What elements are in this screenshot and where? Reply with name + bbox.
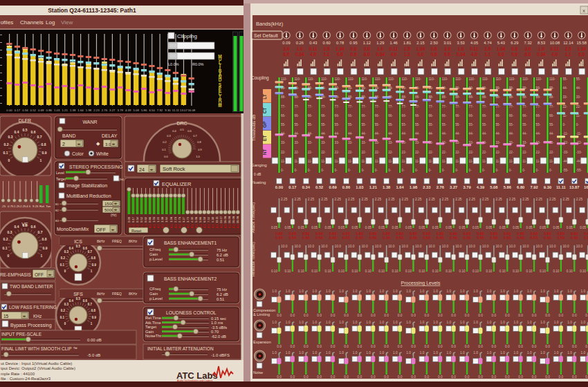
svg-text:1.0: 1.0	[460, 290, 465, 293]
svg-text:2.25: 2.25	[442, 198, 449, 201]
svg-text:Soft Rock: Soft Rock	[163, 166, 185, 172]
svg-text:0.0: 0.0	[277, 345, 282, 348]
svg-text:66-: 66-	[294, 114, 299, 117]
svg-text:9.30: 9.30	[544, 185, 551, 189]
svg-text:0-: 0-	[281, 169, 284, 172]
svg-text:0.10: 0.10	[540, 270, 546, 273]
svg-text:4.0: 4.0	[551, 52, 558, 57]
svg-text:1.0: 1.0	[339, 290, 344, 293]
svg-text:0.40: 0.40	[463, 236, 471, 240]
svg-text:0.0: 0.0	[358, 375, 362, 379]
svg-text:Gain: Gain	[145, 330, 154, 334]
svg-text:0.11: 0.11	[470, 46, 479, 51]
svg-text:6.2 dB: 6.2 dB	[217, 253, 228, 257]
svg-text:0.6: 0.6	[31, 225, 36, 229]
svg-text:66-: 66-	[281, 114, 286, 117]
svg-text:0.78: 0.78	[336, 41, 344, 45]
svg-text:(3d): (3d)	[119, 178, 125, 181]
svg-text:4.0: 4.0	[391, 52, 397, 57]
svg-text:77-: 77-	[442, 105, 447, 108]
svg-text:0.0: 0.0	[438, 345, 443, 348]
svg-text:4.1: 4.1	[152, 223, 156, 227]
svg-text:0.10: 0.10	[445, 270, 452, 273]
svg-text:33-: 33-	[321, 141, 326, 144]
svg-text:0.0: 0.0	[465, 314, 470, 317]
svg-text:1.1: 1.1	[565, 52, 571, 57]
svg-text:0.00: 0.00	[6, 108, 12, 112]
svg-text:1.0: 1.0	[500, 290, 505, 293]
svg-text:0.0: 0.0	[384, 314, 389, 317]
svg-text:44-: 44-	[375, 132, 380, 135]
svg-text:16.08: 16.08	[187, 108, 195, 112]
svg-text:66-: 66-	[482, 114, 487, 117]
svg-text:1.0: 1.0	[339, 321, 344, 324]
svg-text:3.79: 3.79	[118, 108, 124, 112]
svg-text:0.40: 0.40	[329, 236, 337, 240]
svg-text:0.0: 0.0	[451, 314, 456, 317]
svg-text:2.25: 2.25	[509, 198, 516, 201]
svg-text:0.10: 0.10	[486, 270, 492, 273]
svg-text:44-: 44-	[509, 132, 514, 135]
svg-text:2: 2	[62, 142, 65, 147]
svg-text:0.05: 0.05	[378, 226, 385, 229]
svg-text:0.2: 0.2	[4, 142, 9, 147]
svg-text:77-: 77-	[455, 105, 460, 108]
svg-text:◂▸: ◂▸	[111, 227, 116, 232]
svg-text:4.39: 4.39	[125, 108, 131, 112]
svg-text:KHz: KHz	[33, 314, 42, 319]
svg-text:0.0: 0.0	[304, 345, 309, 348]
svg-text:44-: 44-	[536, 132, 541, 135]
svg-text:Rel.Time: Rel.Time	[145, 316, 161, 320]
svg-text:GP: GP	[262, 121, 267, 128]
svg-text:0-: 0-	[442, 169, 445, 172]
svg-text:33-: 33-	[348, 141, 353, 144]
svg-text:◂▸: ◂▸	[150, 167, 154, 171]
svg-text:5.86: 5.86	[504, 185, 512, 189]
svg-text:Bands(kHz): Bands(kHz)	[256, 21, 284, 27]
svg-text:55-: 55-	[536, 123, 541, 126]
svg-text:1.0: 1.0	[299, 321, 304, 324]
svg-text:0.5: 0.5	[76, 297, 81, 301]
svg-text:0.17: 0.17	[131, 216, 135, 223]
svg-text:77-: 77-	[321, 105, 326, 108]
svg-text:-1.0 dBFS: -1.0 dBFS	[211, 353, 230, 357]
svg-text:16.08: 16.08	[228, 216, 231, 223]
svg-text:55-: 55-	[388, 123, 393, 126]
svg-text:file : Custom-24-RealJazz3: file : Custom-24-RealJazz3	[1, 377, 51, 381]
svg-text:1: 1	[40, 158, 42, 162]
svg-text:0.0: 0.0	[465, 345, 470, 348]
svg-text:B1: B1	[55, 202, 59, 206]
svg-text:0.0: 0.0	[518, 375, 523, 379]
svg-text:0.40: 0.40	[544, 236, 551, 240]
svg-text:55-: 55-	[562, 77, 567, 81]
svg-text:-5.0 dB: -5.0 dB	[87, 353, 100, 357]
svg-text:2.5: 2.5	[484, 46, 490, 51]
svg-text:0.0: 0.0	[505, 345, 510, 348]
svg-text:0.0: 0.0	[559, 314, 564, 317]
svg-text:88-: 88-	[415, 95, 420, 99]
svg-text:6.50: 6.50	[203, 216, 206, 223]
svg-text:2.25: 2.25	[549, 198, 556, 201]
svg-text:55-: 55-	[469, 123, 474, 126]
svg-text:10.0: 10.0	[522, 245, 529, 248]
svg-text:0.8: 0.8	[42, 237, 47, 241]
svg-text:4.0: 4.0	[310, 52, 316, 57]
svg-text:1.64: 1.64	[396, 185, 404, 189]
svg-text:INPUT PRE-SCALE: INPUT PRE-SCALE	[1, 332, 42, 337]
svg-text:88-: 88-	[549, 95, 554, 99]
svg-text:0.4: 0.4	[15, 130, 19, 134]
svg-text:◂▸: ◂▸	[77, 142, 82, 146]
svg-text:0.10: 0.10	[499, 270, 506, 273]
svg-text:Floating: Floating	[251, 180, 266, 185]
svg-text:0.7: 0.7	[193, 134, 197, 138]
svg-text:0.00: 0.00	[275, 185, 283, 189]
svg-text:0.05: 0.05	[311, 226, 318, 229]
svg-text:55-: 55-	[522, 123, 527, 126]
svg-text:15.58: 15.58	[577, 41, 587, 45]
svg-text:22-: 22-	[281, 151, 286, 154]
svg-text:0.09: 0.09	[282, 41, 290, 45]
svg-text:0.8: 0.8	[42, 142, 46, 147]
svg-text:0.10: 0.10	[284, 270, 291, 273]
svg-text:0.0: 0.0	[572, 375, 577, 379]
svg-text:OFF: OFF	[35, 272, 44, 277]
